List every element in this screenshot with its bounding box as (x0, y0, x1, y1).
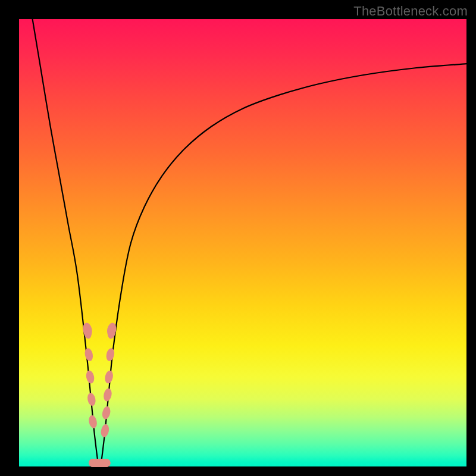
marker-cluster (82, 322, 117, 467)
curve-layer (19, 19, 466, 466)
watermark-text: TheBottleneck.com (353, 4, 468, 19)
marker-dot (102, 459, 111, 467)
marker-dot (101, 406, 111, 420)
marker-dot (104, 369, 114, 384)
marker-dot (100, 424, 110, 438)
bottleneck-curve (33, 19, 466, 466)
marker-dot (105, 347, 115, 362)
marker-dot (102, 388, 112, 402)
plot-area (19, 19, 466, 466)
marker-dot (84, 347, 94, 362)
marker-dot (87, 415, 98, 429)
marker-dot (86, 392, 96, 406)
chart-frame: TheBottleneck.com (0, 0, 476, 476)
marker-dot (85, 369, 95, 384)
